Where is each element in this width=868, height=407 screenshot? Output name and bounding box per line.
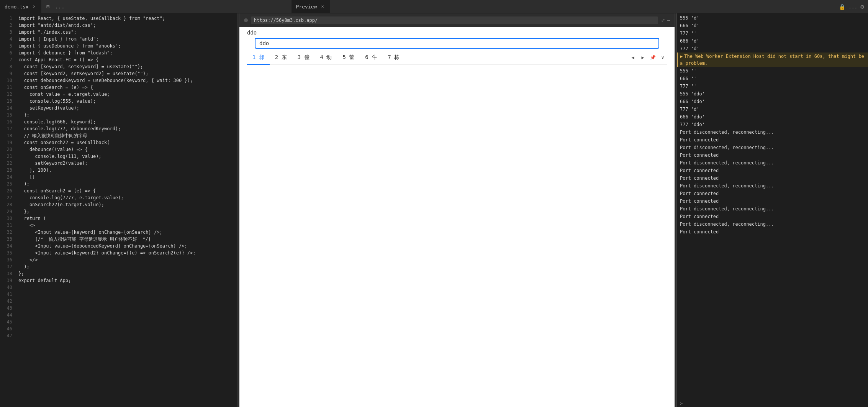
preview-more-btn[interactable]: ⋯ xyxy=(667,18,670,23)
line-number: 44 xyxy=(0,312,12,318)
console-line: Port connected xyxy=(677,228,868,236)
gear-icon[interactable]: ⚙ xyxy=(860,3,864,10)
tab-demo-tsx[interactable]: demo.tsx × xyxy=(0,0,42,13)
search-result-box: ddo xyxy=(255,38,659,49)
console-line: Port connected xyxy=(677,197,868,205)
preview-tab[interactable]: Preview × xyxy=(292,0,330,13)
code-line: {/* 输入很快可能 字母延迟显示 用户体验不好 */} xyxy=(18,236,234,243)
console-line: Port disconnected, reconnecting... xyxy=(677,182,868,190)
line-number: 29 xyxy=(0,208,12,215)
line-number: 4 xyxy=(0,36,12,43)
line-number: 3 xyxy=(0,29,12,36)
preview-content-area: ddo ddo 1 邶2 东3 僮4 动5 蕾6 斗7 栋 ◀ ▶ 📌 ∨ xyxy=(239,27,675,407)
line-number: 41 xyxy=(0,291,12,298)
code-line: // 输入很快可能掉中间的字母 xyxy=(18,132,234,139)
console-line: Port connected xyxy=(677,136,868,144)
console-caret: > xyxy=(677,400,868,407)
code-line: const onSearch = (e) => { xyxy=(18,84,234,91)
preview-tab-item-6[interactable]: 7 栋 xyxy=(382,51,405,65)
address-actions: ⤢ ⋯ xyxy=(661,18,670,23)
preview-tabs-bar: 1 邶2 东3 僮4 动5 蕾6 斗7 栋 ◀ ▶ 📌 ∨ xyxy=(247,51,667,65)
code-line: import React, { useState, useCallback } … xyxy=(18,15,234,22)
code-line: onSearch22(e.target.value); xyxy=(18,201,234,208)
console-line: Port connected xyxy=(677,151,868,159)
console-line: ▶The Web Worker Extension Host did not s… xyxy=(677,53,868,67)
code-line: const value = e.target.value; xyxy=(18,91,234,98)
line-number: 8 xyxy=(0,63,12,70)
open-external-icon[interactable]: ⤢ xyxy=(661,18,665,23)
line-number: 15 xyxy=(0,112,12,118)
console-line: Port disconnected, reconnecting... xyxy=(677,128,868,136)
preview-close-btn[interactable]: × xyxy=(320,3,325,10)
preview-tab-item-1[interactable]: 2 东 xyxy=(270,51,292,65)
line-number: 33 xyxy=(0,236,12,243)
settings-bar: 🔒 ... ⚙ xyxy=(835,0,868,13)
line-number: 1 xyxy=(0,15,12,22)
preview-inner: ddo ddo 1 邶2 东3 僮4 动5 蕾6 斗7 栋 ◀ ▶ 📌 ∨ xyxy=(239,27,675,407)
console-line: 777 'ddo' xyxy=(677,121,868,128)
console-line: Port disconnected, reconnecting... xyxy=(677,220,868,228)
console-line: Port connected xyxy=(677,190,868,197)
line-number: 46 xyxy=(0,325,12,332)
preview-tab-item-5[interactable]: 6 斗 xyxy=(360,51,382,65)
line-number: 11 xyxy=(0,84,12,91)
code-content[interactable]: import React, { useState, useCallback } … xyxy=(15,13,237,407)
line-number: 9 xyxy=(0,70,12,77)
split-editor-btn[interactable]: ⊟ xyxy=(45,3,51,10)
code-line: debounce((value) => { xyxy=(18,146,234,153)
next-tab-btn[interactable]: ▶ xyxy=(639,53,647,62)
code-line: <Input value={keyword} onChange={onSearc… xyxy=(18,229,234,236)
console-line: Port disconnected, reconnecting... xyxy=(677,159,868,167)
code-line: import { useDebounce } from "ahooks"; xyxy=(18,43,234,49)
line-number: 26 xyxy=(0,187,12,194)
line-number: 21 xyxy=(0,153,12,160)
preview-tab-label: Preview xyxy=(296,4,317,10)
preview-tab-item-0[interactable]: 1 邶 xyxy=(247,51,270,65)
line-number: 28 xyxy=(0,201,12,208)
tab-close-btn[interactable]: × xyxy=(32,3,37,10)
code-line: console.log(111, value); xyxy=(18,153,234,160)
line-number: 22 xyxy=(0,160,12,167)
console-output: 555 'd'666 'd'777 ''666 'd'777 'd'▶The W… xyxy=(677,13,868,400)
pin-tab-btn[interactable]: 📌 xyxy=(649,53,657,62)
console-line: 777 '' xyxy=(677,82,868,90)
preview-tab-item-4[interactable]: 5 蕾 xyxy=(337,51,360,65)
code-line: const debouncedKeyword = useDebounce(key… xyxy=(18,77,234,84)
more-options-btn[interactable]: ... xyxy=(848,4,857,10)
code-line: </> xyxy=(18,256,234,263)
line-number: 5 xyxy=(0,43,12,49)
code-line: [] xyxy=(18,174,234,181)
code-line: console.log(666, keyword); xyxy=(18,118,234,125)
tab-bar: demo.tsx × ⊟ ... Preview × 🔒 ... ⚙ xyxy=(0,0,868,13)
code-line: const [keyword, setKeyword] = useState("… xyxy=(18,63,234,70)
code-line: <Input value={keyword2} onChange={(e) =>… xyxy=(18,249,234,256)
preview-panel: ⤢ ⋯ ddo ddo xyxy=(239,13,675,407)
code-line: const [keyword2, setKeyword2] = useState… xyxy=(18,70,234,77)
code-line: const onSearch2 = (e) => { xyxy=(18,187,234,194)
tab-nav-buttons: ◀ ▶ 📌 ∨ xyxy=(629,53,667,62)
line-number: 16 xyxy=(0,118,12,125)
search-display-value: ddo xyxy=(239,27,675,38)
preview-tab-item-2[interactable]: 3 僮 xyxy=(292,51,315,65)
code-line: import { debounce } from "lodash"; xyxy=(18,49,234,56)
console-line: Port connected xyxy=(677,174,868,182)
line-number: 40 xyxy=(0,284,12,291)
url-input[interactable] xyxy=(251,16,658,24)
line-number: 38 xyxy=(0,270,12,277)
preview-tab-item-3[interactable]: 4 动 xyxy=(315,51,337,65)
line-number: 31 xyxy=(0,222,12,229)
line-number: 19 xyxy=(0,139,12,146)
code-line: ); xyxy=(18,263,234,270)
code-line: ); xyxy=(18,181,234,187)
console-line: Port disconnected, reconnecting... xyxy=(677,144,868,151)
line-number: 18 xyxy=(0,132,12,139)
code-line: import "antd/dist/antd.css"; xyxy=(18,22,234,29)
code-line: setKeyword(value); xyxy=(18,105,234,112)
line-number: 17 xyxy=(0,125,12,132)
prev-tab-btn[interactable]: ◀ xyxy=(629,53,637,62)
expand-tab-btn[interactable]: ∨ xyxy=(658,53,667,62)
code-line: }; xyxy=(18,270,234,277)
more-actions-btn[interactable]: ... xyxy=(53,3,66,10)
tab-bar-actions: ⊟ ... xyxy=(42,3,69,10)
code-line: }; xyxy=(18,208,234,215)
